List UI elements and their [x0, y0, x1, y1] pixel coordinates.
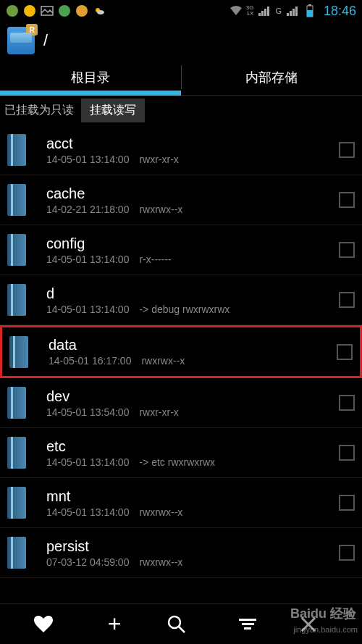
file-name: cache — [46, 185, 339, 202]
tab-internal-storage[interactable]: 内部存储 — [182, 59, 363, 95]
file-info: cache14-02-21 21:18:00rwxrwx--x — [46, 185, 339, 215]
file-permissions: r-x------ — [139, 254, 171, 265]
current-path: / — [43, 31, 48, 50]
file-row[interactable]: mnt14-05-01 13:14:00rwxrwx--x — [0, 478, 362, 528]
svg-rect-11 — [287, 13, 289, 16]
file-meta: 14-05-01 13:14:00rwxrwx--x — [46, 506, 339, 518]
file-checkbox[interactable] — [339, 445, 355, 461]
file-meta: 07-03-12 04:59:00rwxrwx--x — [46, 556, 339, 568]
folder-icon — [3, 181, 35, 219]
file-checkbox[interactable] — [339, 142, 355, 158]
file-checkbox[interactable] — [339, 545, 355, 561]
file-row[interactable]: config14-05-01 13:14:00r-x------ — [0, 225, 362, 275]
bottom-toolbar: + — [0, 603, 362, 644]
file-permissions: rwxr-xr-x — [139, 154, 178, 165]
file-row[interactable]: cache14-02-21 21:18:00rwxrwx--x — [0, 175, 362, 225]
file-meta: 14-05-01 13:14:00rwxr-xr-x — [46, 154, 339, 165]
file-permissions: rwxrwx--x — [139, 204, 182, 215]
file-checkbox[interactable] — [339, 395, 355, 411]
battery-icon — [303, 4, 316, 17]
add-button[interactable]: + — [100, 611, 129, 637]
svg-point-4 — [76, 5, 88, 17]
file-info: config14-05-01 13:14:00r-x------ — [46, 235, 339, 265]
file-name: dev — [46, 388, 339, 405]
file-permissions: rwxr-xr-x — [139, 406, 178, 418]
file-meta: 14-05-01 13:14:00-> debug rwxrwxrwx — [46, 304, 339, 315]
file-info: dev14-05-01 13:54:00rwxr-xr-x — [46, 388, 339, 418]
close-button[interactable] — [300, 616, 329, 633]
file-checkbox[interactable] — [339, 292, 355, 308]
status-left-icons — [6, 4, 106, 17]
folder-icon — [3, 434, 35, 472]
file-date: 14-05-01 13:14:00 — [46, 456, 129, 468]
file-date: 14-02-21 21:18:00 — [46, 204, 129, 215]
svg-point-0 — [7, 5, 18, 17]
mount-status-label: 已挂载为只读 — [0, 100, 78, 121]
mount-rw-button[interactable]: 挂载读写 — [81, 99, 145, 122]
search-button[interactable] — [167, 614, 195, 635]
file-checkbox[interactable] — [339, 242, 355, 258]
file-meta: 14-05-01 13:14:00r-x------ — [46, 254, 339, 265]
file-date: 14-05-01 16:17:00 — [49, 355, 131, 367]
folder-icon — [3, 484, 35, 522]
app-header: / — [0, 22, 362, 59]
app-notif-icon-2 — [23, 4, 36, 17]
file-row[interactable]: persist07-03-12 04:59:00rwxrwx--x — [0, 528, 362, 578]
file-permissions: -> debug rwxrwxrwx — [139, 304, 230, 315]
svg-rect-8 — [261, 11, 264, 16]
file-checkbox[interactable] — [337, 344, 353, 360]
folder-icon — [3, 231, 35, 269]
file-date: 14-05-01 13:14:00 — [46, 304, 129, 315]
svg-point-6 — [97, 10, 104, 14]
favorites-button[interactable] — [33, 615, 62, 634]
svg-rect-12 — [290, 11, 292, 16]
sort-button[interactable] — [233, 619, 262, 630]
file-name: etc — [46, 438, 339, 455]
svg-point-3 — [59, 5, 70, 17]
folder-icon — [3, 384, 35, 422]
file-date: 14-05-01 13:14:00 — [46, 254, 129, 265]
file-row[interactable]: d14-05-01 13:14:00-> debug rwxrwxrwx — [0, 275, 362, 325]
file-list: acct14-05-01 13:14:00rwxr-xr-xcache14-02… — [0, 125, 362, 578]
file-checkbox[interactable] — [339, 192, 355, 208]
signal-icon-1 — [258, 4, 271, 17]
svg-rect-17 — [308, 4, 311, 6]
file-row[interactable]: data14-05-01 16:17:00rwxrwx--x — [0, 325, 362, 378]
file-meta: 14-02-21 21:18:00rwxrwx--x — [46, 204, 339, 215]
file-info: mnt14-05-01 13:14:00rwxrwx--x — [46, 488, 339, 518]
app-icon[interactable] — [7, 27, 35, 54]
file-info: data14-05-01 16:17:00rwxrwx--x — [49, 337, 337, 367]
file-row[interactable]: etc14-05-01 13:14:00-> etc rwxrwxrwx — [0, 428, 362, 478]
app-notif-icon-4 — [75, 4, 88, 17]
status-bar: 3G1X G 18:46 — [0, 0, 362, 22]
file-info: persist07-03-12 04:59:00rwxrwx--x — [46, 538, 339, 568]
file-row[interactable]: acct14-05-01 13:14:00rwxr-xr-x — [0, 125, 362, 175]
svg-line-19 — [179, 627, 185, 632]
file-name: mnt — [46, 488, 339, 505]
file-checkbox[interactable] — [339, 495, 355, 511]
file-name: data — [49, 337, 337, 354]
tab-bar: 根目录 内部存储 — [0, 59, 362, 96]
file-name: config — [46, 235, 339, 252]
wifi-icon — [229, 4, 242, 17]
signal-g-label: G — [275, 7, 282, 15]
tab-root[interactable]: 根目录 — [0, 59, 181, 95]
file-date: 14-05-01 13:14:00 — [46, 154, 129, 165]
file-name: acct — [46, 135, 339, 152]
file-name: d — [46, 285, 339, 302]
signal-icon-2 — [286, 4, 299, 17]
file-row[interactable]: dev14-05-01 13:54:00rwxr-xr-x — [0, 378, 362, 428]
clock: 18:46 — [324, 4, 356, 19]
weather-icon — [93, 4, 106, 17]
svg-rect-14 — [295, 7, 298, 16]
file-permissions: rwxrwx--x — [139, 556, 182, 568]
file-meta: 14-05-01 16:17:00rwxrwx--x — [49, 355, 337, 367]
folder-icon — [3, 131, 35, 169]
picture-icon — [41, 4, 54, 17]
folder-icon — [3, 281, 35, 319]
folder-icon — [3, 534, 35, 572]
file-date: 07-03-12 04:59:00 — [46, 556, 129, 568]
network-type-label: 3G1X — [246, 5, 254, 17]
svg-point-1 — [24, 5, 35, 17]
file-permissions: rwxrwx--x — [139, 506, 182, 518]
